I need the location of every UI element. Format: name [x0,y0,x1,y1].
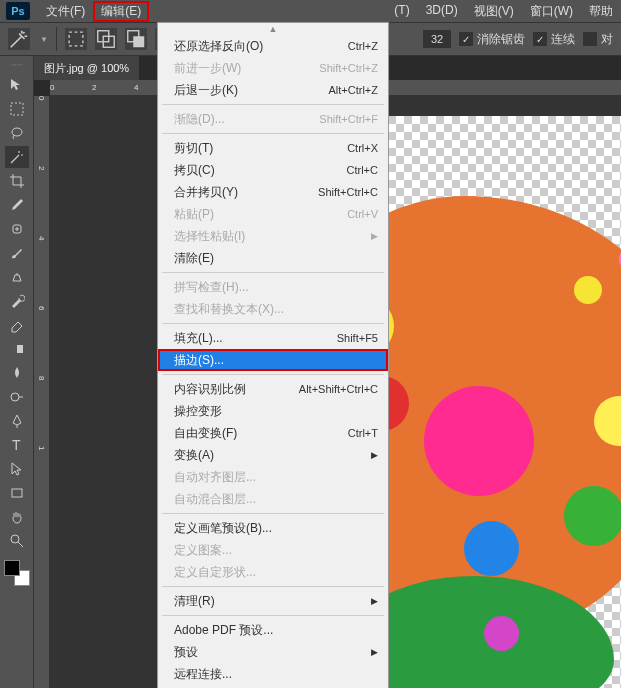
menu-transform[interactable]: 变换(A)▶ [158,444,388,466]
app-logo: Ps [6,2,30,20]
menu-define-pattern: 定义图案... [158,539,388,561]
document-tab[interactable]: 图片.jpg @ 100% [34,56,139,80]
menu-step-forward: 前进一步(W)Shift+Ctrl+Z [158,57,388,79]
artwork-dot [484,616,519,651]
magic-wand-tool[interactable] [5,146,29,168]
menu-puppet-warp[interactable]: 操控变形 [158,400,388,422]
eraser-tool[interactable] [5,314,29,336]
text-tool[interactable]: T [5,434,29,456]
menu-separator [162,513,384,514]
submenu-arrow-icon: ▶ [371,231,378,241]
menu-cut[interactable]: 剪切(T)Ctrl+X [158,137,388,159]
marquee-tool[interactable] [5,98,29,120]
tool-preset-chevron-icon[interactable]: ▼ [40,35,48,44]
menu-separator [162,586,384,587]
selection-mode-subtract-icon[interactable] [125,28,147,50]
checkmark-icon: ✓ [533,32,547,46]
menu-3d[interactable]: 3D(D) [418,1,466,22]
tools-panel: ┈┈ T [0,56,34,688]
svg-point-9 [12,128,22,136]
menu-define-shape: 定义自定形状... [158,561,388,583]
gradient-tool[interactable] [5,338,29,360]
menu-step-backward[interactable]: 后退一步(K)Alt+Ctrl+Z [158,79,388,101]
menu-copy[interactable]: 拷贝(C)Ctrl+C [158,159,388,181]
menu-fade: 渐隐(D)...Shift+Ctrl+F [158,108,388,130]
menu-separator [162,323,384,324]
move-tool[interactable] [5,74,29,96]
lasso-tool[interactable] [5,122,29,144]
eyedropper-tool[interactable] [5,194,29,216]
tolerance-value[interactable]: 32 [423,30,451,48]
history-brush-tool[interactable] [5,290,29,312]
menu-separator [162,104,384,105]
menu-find-replace: 查找和替换文本(X)... [158,298,388,320]
color-swatches[interactable] [4,560,30,586]
checkmark-icon: ✓ [459,32,473,46]
menu-spell-check: 拼写检查(H)... [158,276,388,298]
menu-pdf-presets[interactable]: Adobe PDF 预设... [158,619,388,641]
menu-separator [162,272,384,273]
menu-define-brush[interactable]: 定义画笔预设(B)... [158,517,388,539]
menu-paste-special: 选择性粘贴(I)▶ [158,225,388,247]
menu-paste: 粘贴(P)Ctrl+V [158,203,388,225]
contiguous-checkbox[interactable]: ✓连续 [533,31,575,48]
menu-presets[interactable]: 预设▶ [158,641,388,663]
crop-tool[interactable] [5,170,29,192]
menu-separator [162,133,384,134]
menu-separator [162,615,384,616]
svg-rect-15 [12,489,22,497]
menu-fill[interactable]: 填充(L)...Shift+F5 [158,327,388,349]
svg-text:T: T [12,437,21,453]
selection-mode-new-icon[interactable] [65,28,87,50]
dodge-tool[interactable] [5,386,29,408]
menu-separator [162,374,384,375]
menu-help[interactable]: 帮助 [581,1,621,22]
edit-menu-dropdown: ▲ 还原选择反向(O)Ctrl+Z 前进一步(W)Shift+Ctrl+Z 后退… [157,22,389,688]
menu-file[interactable]: 文件(F) [38,1,93,22]
submenu-arrow-icon: ▶ [371,647,378,657]
menu-stroke[interactable]: 描边(S)... [158,349,388,371]
svg-rect-12 [11,345,17,353]
submenu-arrow-icon: ▶ [371,596,378,606]
menu-undo[interactable]: 还原选择反向(O)Ctrl+Z [158,35,388,57]
pen-tool[interactable] [5,410,29,432]
zoom-tool[interactable] [5,530,29,552]
artwork-dot [564,486,621,546]
checkbox-empty-icon [583,32,597,46]
svg-rect-0 [69,32,83,46]
menu-remote[interactable]: 远程连接... [158,663,388,685]
menu-text-partial[interactable]: (T) [386,1,417,22]
svg-rect-8 [11,103,23,115]
menu-bar: Ps 文件(F) 编辑(E) (T) 3D(D) 视图(V) 窗口(W) 帮助 [0,0,621,22]
foreground-color-swatch[interactable] [4,560,20,576]
menu-purge[interactable]: 清理(R)▶ [158,590,388,612]
menu-window[interactable]: 窗口(W) [522,1,581,22]
artwork-dot [574,276,602,304]
submenu-arrow-icon: ▶ [371,450,378,460]
antialias-checkbox[interactable]: ✓消除锯齿 [459,31,525,48]
vertical-ruler: 024681 [34,96,50,688]
rectangle-tool[interactable] [5,482,29,504]
menu-copy-merged[interactable]: 合并拷贝(Y)Shift+Ctrl+C [158,181,388,203]
menu-auto-blend: 自动混合图层... [158,488,388,510]
menu-scroll-up-icon[interactable]: ▲ [158,23,388,35]
menu-free-transform[interactable]: 自由变换(F)Ctrl+T [158,422,388,444]
menu-edit[interactable]: 编辑(E) [93,1,149,22]
blur-tool[interactable] [5,362,29,384]
brush-tool[interactable] [5,242,29,264]
artwork-dot [464,521,519,576]
magic-wand-icon[interactable] [8,28,30,50]
menu-auto-align: 自动对齐图层... [158,466,388,488]
healing-brush-tool[interactable] [5,218,29,240]
svg-rect-4 [133,36,144,47]
menu-content-aware-scale[interactable]: 内容识别比例Alt+Shift+Ctrl+C [158,378,388,400]
panel-grip-icon[interactable]: ┈┈ [11,60,23,70]
menu-clear[interactable]: 清除(E) [158,247,388,269]
hand-tool[interactable] [5,506,29,528]
svg-point-16 [11,535,19,543]
sample-all-checkbox[interactable]: 对 [583,31,613,48]
path-selection-tool[interactable] [5,458,29,480]
clone-stamp-tool[interactable] [5,266,29,288]
selection-mode-add-icon[interactable] [95,28,117,50]
menu-view[interactable]: 视图(V) [466,1,522,22]
